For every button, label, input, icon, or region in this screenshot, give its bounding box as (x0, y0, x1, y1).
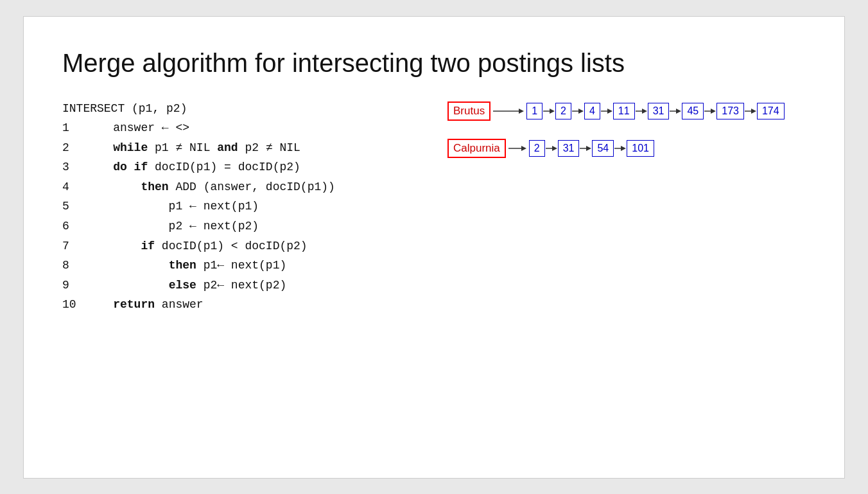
brutus-long-arrow (493, 105, 524, 117)
svg-marker-5 (578, 109, 584, 114)
code-text-5: p1 ← next(p1) (85, 197, 259, 216)
code-line-2: 2 while p1 ≠ NIL and p2 ≠ NIL (62, 138, 396, 158)
arrow-b0 (543, 105, 555, 117)
code-text-8: then p1← next(p1) (85, 256, 286, 276)
slide-title: Merge algorithm for intersecting two pos… (62, 48, 806, 78)
brutus-node-1: 2 (555, 103, 571, 119)
brutus-node-2: 4 (584, 103, 600, 119)
svg-marker-13 (711, 109, 716, 114)
brutus-nodes-chain: 1 2 4 11 31 (526, 103, 785, 119)
brutus-node-6: 173 (716, 103, 744, 119)
svg-marker-15 (751, 109, 756, 114)
code-text-7: if docID(p1) < docID(p2) (85, 236, 308, 256)
code-line-3: 3 do if docID(p1) = docID(p2) (62, 157, 396, 177)
svg-marker-3 (550, 109, 555, 114)
code-line-1: 1 answer ← <> (62, 118, 396, 138)
arrow-b5 (704, 105, 716, 117)
code-line-9: 9 else p2← next(p2) (62, 276, 396, 296)
line-num-8: 8 (62, 256, 85, 276)
svg-marker-11 (676, 109, 681, 114)
svg-marker-7 (607, 109, 612, 114)
calpurnia-nodes-chain: 2 31 54 101 (529, 140, 654, 157)
code-header: INTERSECT (p1, p2) (62, 99, 187, 119)
brutus-node-3: 11 (613, 103, 635, 119)
code-line-10: 10 return answer (62, 295, 396, 315)
calpurnia-row: Calpurnia 2 31 5 (447, 139, 806, 158)
brutus-term: Brutus (447, 101, 490, 121)
code-text-2: while p1 ≠ NIL and p2 ≠ NIL (85, 138, 300, 158)
brutus-node-4: 31 (648, 103, 670, 119)
brutus-node-0: 1 (526, 103, 542, 119)
code-line-7: 7 if docID(p1) < docID(p2) (62, 236, 396, 256)
calpurnia-term: Calpurnia (447, 139, 506, 158)
arrow-b4 (670, 105, 681, 117)
svg-marker-19 (552, 146, 557, 151)
code-header-line: INTERSECT (p1, p2) (62, 99, 396, 119)
line-num-3: 3 (62, 157, 85, 177)
code-line-4: 4 then ADD (answer, docID(p1)) (62, 177, 396, 197)
short-arrow-svg (508, 143, 526, 154)
line-num-10: 10 (62, 295, 85, 315)
calpurnia-node-2: 54 (592, 140, 614, 157)
line-num-9: 9 (62, 276, 85, 296)
slide: Merge algorithm for intersecting two pos… (23, 16, 845, 479)
long-arrow-svg (493, 105, 524, 117)
arrow-c2 (614, 143, 626, 154)
code-line-8: 8 then p1← next(p1) (62, 256, 396, 276)
code-text-10: return answer (85, 295, 204, 315)
arrow-b6 (745, 105, 756, 117)
diagram-area: Brutus 1 2 4 (447, 99, 806, 158)
code-text-4: then ADD (answer, docID(p1)) (85, 177, 335, 197)
code-line-5: 5 p1 ← next(p1) (62, 197, 396, 216)
svg-marker-17 (521, 146, 526, 151)
svg-marker-23 (621, 146, 626, 151)
code-text-3: do if docID(p1) = docID(p2) (85, 157, 300, 177)
calpurnia-node-1: 31 (558, 140, 580, 157)
line-num-4: 4 (62, 177, 85, 197)
calpurnia-node-3: 101 (627, 140, 654, 157)
arrow-c0 (546, 143, 557, 154)
line-num-5: 5 (62, 197, 85, 216)
brutus-row: Brutus 1 2 4 (447, 101, 806, 121)
calpurnia-node-0: 2 (529, 140, 545, 157)
code-block: INTERSECT (p1, p2) 1 answer ← <> 2 while… (62, 99, 396, 315)
svg-marker-1 (519, 109, 524, 114)
content-area: INTERSECT (p1, p2) 1 answer ← <> 2 while… (62, 99, 806, 315)
arrow-b3 (636, 105, 647, 117)
line-num-6: 6 (62, 216, 85, 236)
brutus-node-5: 45 (682, 103, 704, 119)
line-num-2: 2 (62, 138, 85, 158)
svg-marker-9 (642, 109, 647, 114)
arrow-b1 (572, 105, 584, 117)
svg-marker-21 (586, 146, 591, 151)
code-text-9: else p2← next(p2) (85, 276, 286, 296)
brutus-node-7: 174 (757, 103, 785, 119)
arrow-c1 (580, 143, 591, 154)
arrow-b2 (601, 105, 612, 117)
code-line-6: 6 p2 ← next(p2) (62, 216, 396, 236)
line-num-1: 1 (62, 118, 85, 138)
code-text-1: answer ← <> (85, 118, 189, 138)
line-num-7: 7 (62, 236, 85, 256)
code-text-6: p2 ← next(p2) (85, 216, 259, 236)
calpurnia-long-arrow (508, 143, 526, 154)
